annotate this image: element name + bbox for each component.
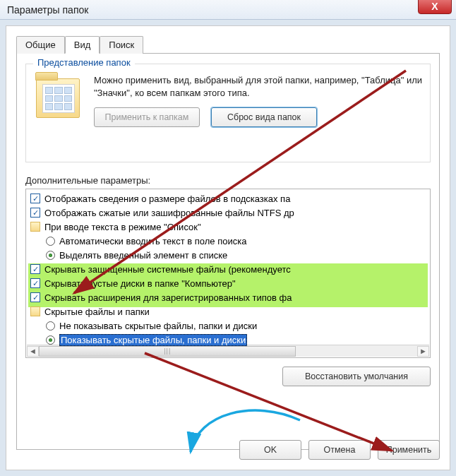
radio-icon[interactable] bbox=[46, 321, 55, 331]
tree-item[interactable]: Показывать скрытые файлы, папки и диски bbox=[28, 333, 428, 347]
titlebar: Параметры папок X bbox=[0, 0, 456, 20]
folder-icon bbox=[36, 78, 80, 118]
reset-folder-view-button[interactable]: Сброс вида папок bbox=[211, 107, 317, 127]
tab-view[interactable]: Вид bbox=[65, 36, 100, 54]
tree-item[interactable]: Автоматически вводить текст в поле поиск… bbox=[28, 234, 428, 248]
group-title: Представление папок bbox=[33, 57, 135, 68]
tree-item[interactable]: Отображать сжатые или зашифрованные файл… bbox=[28, 206, 428, 220]
tree-item-label: Отображать сжатые или зашифрованные файл… bbox=[44, 208, 294, 218]
tree-item-label: Автоматически вводить текст в поле поиск… bbox=[59, 236, 246, 246]
tree-item[interactable]: Скрытые файлы и папки bbox=[28, 304, 428, 319]
restore-defaults-button[interactable]: Восстановить умолчания bbox=[282, 367, 431, 386]
checkbox-icon[interactable] bbox=[30, 264, 40, 274]
checkbox-icon[interactable] bbox=[30, 208, 40, 218]
apply-to-folders-button[interactable]: Применить к папкам bbox=[94, 107, 200, 127]
tree-item[interactable]: Не показывать скрытые файлы, папки и дис… bbox=[28, 319, 428, 333]
tree-item[interactable]: При вводе текста в режиме "Список" bbox=[28, 220, 428, 234]
tabstrip: Общие Вид Поиск bbox=[16, 36, 440, 54]
tree-item[interactable]: Скрывать расширения для зарегистрированн… bbox=[28, 290, 428, 304]
close-button[interactable]: X bbox=[418, 0, 452, 14]
ok-button[interactable]: OK bbox=[239, 440, 301, 460]
folder-node-icon bbox=[30, 222, 40, 232]
tab-panel-view: Представление папок Можно применить вид,… bbox=[16, 53, 440, 450]
dialog-body: Общие Вид Поиск Представление папок Можн… bbox=[6, 25, 450, 470]
radio-icon[interactable] bbox=[46, 237, 55, 246]
cancel-button[interactable]: Отмена bbox=[308, 440, 371, 460]
apply-button[interactable]: Применить bbox=[378, 440, 440, 460]
window-title: Параметры папок bbox=[7, 4, 88, 16]
dialog-buttons: OK Отмена Применить bbox=[239, 440, 440, 460]
tree-item-label: Не показывать скрытые файлы, папки и дис… bbox=[59, 321, 257, 331]
checkbox-icon[interactable] bbox=[30, 278, 40, 288]
folder-view-description: Можно применить вид, выбранный для этой … bbox=[94, 74, 423, 99]
tree-item-label: Показывать скрытые файлы, папки и диски bbox=[59, 334, 247, 346]
scroll-right-arrow-icon[interactable]: ► bbox=[417, 346, 429, 357]
tree-item[interactable]: Скрывать пустые диски в папке "Компьютер… bbox=[28, 276, 428, 290]
tree-item-label: При вводе текста в режиме "Список" bbox=[44, 222, 201, 232]
radio-icon[interactable] bbox=[46, 335, 55, 345]
tab-search[interactable]: Поиск bbox=[100, 36, 143, 54]
tree-item[interactable]: Выделять введенный элемент в списке bbox=[28, 248, 428, 262]
folder-node-icon bbox=[30, 307, 40, 316]
tree-item-label: Скрытые файлы и папки bbox=[44, 307, 150, 317]
tree-item[interactable]: Скрывать защищенные системные файлы (рек… bbox=[28, 262, 428, 276]
checkbox-icon[interactable] bbox=[30, 194, 40, 203]
close-icon: X bbox=[431, 1, 438, 12]
tree-item[interactable]: Отображать сведения о размере файлов в п… bbox=[28, 191, 428, 206]
tab-general[interactable]: Общие bbox=[16, 36, 65, 54]
tree-item-label: Скрывать защищенные системные файлы (рек… bbox=[44, 264, 291, 275]
radio-icon[interactable] bbox=[46, 251, 55, 260]
tree-item-label: Скрывать пустые диски в папке "Компьютер… bbox=[44, 278, 236, 289]
folder-view-group: Представление папок Можно применить вид,… bbox=[25, 64, 431, 162]
scroll-track[interactable]: ||| bbox=[39, 346, 417, 357]
tree-item-label: Выделять введенный элемент в списке bbox=[59, 250, 227, 261]
checkbox-icon[interactable] bbox=[30, 292, 40, 302]
advanced-tree[interactable]: Отображать сведения о размере файлов в п… bbox=[25, 189, 431, 358]
advanced-label: Дополнительные параметры: bbox=[25, 175, 431, 186]
scroll-left-arrow-icon[interactable]: ◄ bbox=[27, 346, 39, 357]
scroll-thumb[interactable]: ||| bbox=[39, 346, 296, 357]
tree-item-label: Скрывать расширения для зарегистрированн… bbox=[44, 292, 292, 303]
tree-item-label: Отображать сведения о размере файлов в п… bbox=[44, 194, 290, 204]
